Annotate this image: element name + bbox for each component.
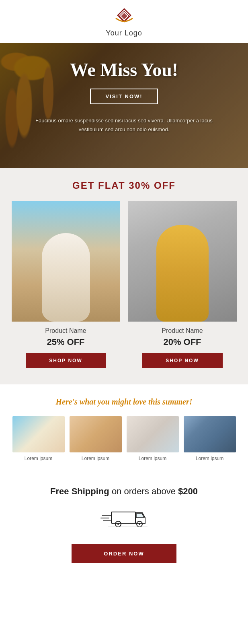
shop-now-button-1[interactable]: SHOP NOW	[26, 353, 106, 368]
truck-container	[8, 504, 240, 528]
order-section: ORDER NOW	[0, 544, 248, 579]
shipping-middle: on orders above	[112, 486, 178, 496]
hero-title: We Miss You!	[70, 59, 178, 80]
hero-banner: We Miss You! VISIT NOW! Faucibus ornare …	[0, 43, 248, 168]
shipping-text: Free Shipping on orders above $200	[8, 486, 240, 497]
product-discount-1: 25% OFF	[12, 337, 120, 347]
product-image-1	[12, 201, 120, 322]
product-name-2: Product Name	[128, 327, 237, 334]
svg-point-8	[117, 523, 119, 525]
products-row: Product Name 25% OFF SHOP NOW Product Na…	[8, 201, 240, 368]
thumb-item-4: Lorem ipsum	[184, 416, 236, 461]
thumb-item-2: Lorem ipsum	[70, 416, 122, 461]
thumb-label-1: Lorem ipsum	[12, 456, 65, 461]
svg-rect-6	[111, 512, 135, 523]
product-card-2: Product Name 20% OFF SHOP NOW	[128, 201, 237, 368]
hero-description: Faucibus ornare suspendisse sed nisi lac…	[28, 116, 221, 134]
product-card-1: Product Name 25% OFF SHOP NOW	[12, 201, 120, 368]
thumb-label-2: Lorem ipsum	[70, 456, 122, 461]
shipping-amount: $200	[178, 486, 198, 496]
thumb-image-2	[70, 416, 122, 452]
discount-section: GET FLAT 30% OFF Product Name 25% OFF SH…	[0, 168, 248, 384]
header: Your Logo	[0, 0, 248, 43]
product-name-1: Product Name	[12, 327, 120, 334]
thumb-image-4	[184, 416, 236, 452]
summer-section: Here's what you might love this summer! …	[0, 384, 248, 475]
thumbnails-row: Lorem ipsum Lorem ipsum Lorem ipsum Lore…	[8, 416, 240, 461]
visit-now-button[interactable]: VISIT NOW!	[90, 89, 158, 104]
shop-now-button-2[interactable]: SHOP NOW	[142, 353, 223, 368]
summer-title: Here's what you might love this summer!	[8, 397, 240, 407]
hero-content: We Miss You! VISIT NOW! Faucibus ornare …	[0, 43, 248, 168]
thumb-image-3	[127, 416, 179, 452]
thumb-label-4: Lorem ipsum	[184, 456, 236, 461]
logo-icon	[112, 7, 136, 27]
order-now-button[interactable]: ORDER NOW	[72, 544, 176, 563]
product-image-2	[128, 201, 237, 322]
product-discount-2: 20% OFF	[128, 337, 237, 347]
discount-title: GET FLAT 30% OFF	[8, 180, 240, 191]
logo-text: Your Logo	[106, 29, 142, 37]
thumb-label-3: Lorem ipsum	[127, 456, 179, 461]
truck-icon	[100, 504, 148, 528]
thumb-item-1: Lorem ipsum	[12, 416, 65, 461]
thumb-image-1	[12, 416, 65, 452]
shipping-bold: Free Shipping	[50, 486, 109, 496]
thumb-item-3: Lorem ipsum	[127, 416, 179, 461]
svg-point-10	[139, 523, 140, 525]
shipping-section: Free Shipping on orders above $200	[0, 475, 248, 544]
